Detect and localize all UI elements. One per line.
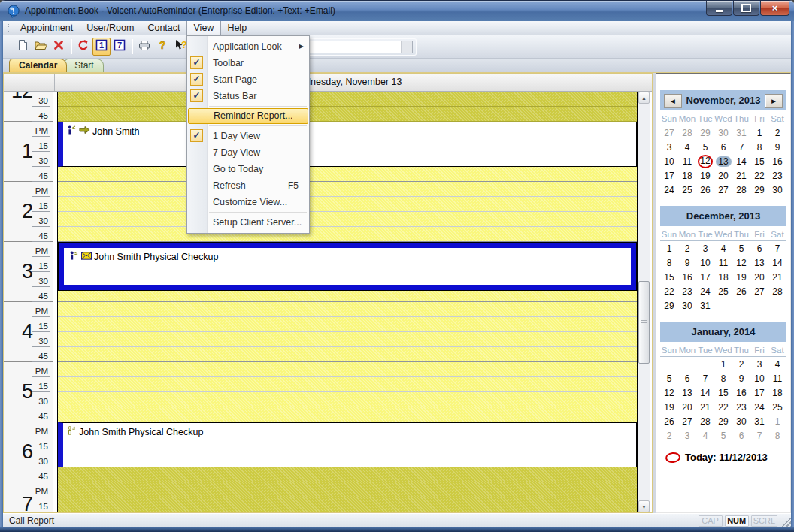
date-cell[interactable]: 1 [714,359,732,370]
go-to-today-button[interactable] [74,38,92,56]
date-cell[interactable]: 30 [714,128,732,138]
date-cell[interactable]: 20 [750,272,768,283]
date-cell[interactable]: 11 [678,156,696,167]
date-cell[interactable]: 28 [768,286,786,297]
time-slot[interactable] [58,347,637,362]
menu-item-start-page[interactable]: ✓Start Page [187,71,309,88]
seven-day-view-button[interactable]: 7 [111,38,129,56]
time-slot[interactable] [58,182,637,197]
date-cell[interactable]: 23 [678,286,696,297]
date-cell[interactable]: 29 [750,185,768,195]
date-cell[interactable]: 8 [768,431,786,441]
menu-item-1-day-view[interactable]: ✓1 Day View [187,128,309,144]
menu-item-setup-client-server[interactable]: Setup Client Server... [187,214,309,231]
vertical-scrollbar[interactable]: ▲ ▼ [638,92,650,512]
date-cell[interactable]: 11 [714,258,732,268]
date-cell[interactable]: 6 [678,373,696,384]
tab-start[interactable]: Start [65,59,103,72]
date-cell[interactable]: 6 [714,142,732,153]
time-slot[interactable] [58,377,637,392]
date-cell[interactable]: 15 [714,388,732,398]
scroll-down-button[interactable]: ▼ [638,500,650,512]
date-cell[interactable]: 7 [732,142,750,153]
prev-month-button[interactable]: ◀ [664,94,682,108]
date-cell[interactable]: 18 [714,272,732,283]
combobox-dropdown-area[interactable] [401,41,412,53]
date-cell[interactable]: 2 [768,128,786,138]
date-cell[interactable]: 27 [750,286,768,297]
date-cell[interactable]: 5 [660,373,678,384]
date-cell[interactable]: 22 [714,402,732,413]
one-day-view-button[interactable]: 1 [92,38,111,56]
date-cell[interactable]: 20 [678,402,696,413]
time-slot[interactable] [58,482,637,497]
time-slot[interactable] [58,212,637,227]
date-cell[interactable]: 18 [768,388,786,398]
date-cell[interactable]: 14 [768,258,786,268]
date-cell[interactable]: 9 [732,373,750,384]
date-cell[interactable]: 14 [696,388,714,398]
date-cell[interactable]: 19 [732,272,750,283]
tab-calendar[interactable]: Calendar [9,59,67,72]
date-cell[interactable]: 13 [678,388,696,398]
delete-button[interactable] [50,38,68,56]
date-cell[interactable]: 9 [678,258,696,268]
date-cell[interactable]: 15 [750,156,768,167]
date-cell[interactable]: 23 [732,402,750,413]
toolbar-combobox[interactable] [302,41,413,53]
time-slot[interactable] [58,227,637,242]
time-slot[interactable] [58,467,637,482]
date-cell[interactable]: 3 [678,431,696,441]
date-cell[interactable]: 3 [696,243,714,254]
menu-item-reminder-report[interactable]: Reminder Report... [188,108,308,124]
menu-item-customize-view[interactable]: Customize View... [187,194,309,210]
date-cell[interactable]: 16 [678,272,696,283]
help-button[interactable]: ? [153,38,171,56]
menu-item-contact[interactable]: Contact [141,21,186,35]
date-cell[interactable]: 12 [696,155,714,168]
date-cell[interactable]: 28 [732,185,750,195]
date-cell[interactable]: 22 [750,171,768,181]
title-bar[interactable]: Appointment Book - Voicent AutoReminder … [0,0,794,21]
minimize-button[interactable] [706,1,732,16]
date-cell[interactable]: 10 [696,258,714,268]
date-cell[interactable]: 12 [660,388,678,398]
date-cell[interactable]: 26 [696,185,714,195]
date-cell[interactable]: 12 [732,258,750,268]
date-cell[interactable]: 20 [714,171,732,181]
date-cell[interactable]: 4 [714,243,732,254]
date-cell[interactable]: 31 [696,301,714,311]
date-cell[interactable]: 5 [732,243,750,254]
date-cell[interactable]: 8 [660,258,678,268]
date-cell[interactable]: 17 [660,171,678,181]
date-cell[interactable]: 16 [732,388,750,398]
date-cell[interactable]: 24 [660,185,678,195]
date-cell[interactable]: 2 [660,431,678,441]
date-cell[interactable]: 29 [696,128,714,138]
date-cell[interactable]: 24 [696,286,714,297]
time-slot[interactable] [58,197,637,212]
date-cell[interactable]: 21 [732,171,750,181]
date-cell[interactable]: 17 [696,272,714,283]
date-cell[interactable]: 6 [750,243,768,254]
close-button[interactable]: × [760,1,789,16]
menu-item-7-day-view[interactable]: 7 Day View [187,144,309,161]
open-folder-button[interactable] [32,38,50,56]
menu-item-help[interactable]: Help [220,21,253,35]
date-cell[interactable]: 27 [714,185,732,195]
menu-item-user-room[interactable]: User/Room [80,21,141,35]
time-slot[interactable] [58,302,637,317]
date-cell[interactable]: 30 [732,416,750,427]
date-cell[interactable]: 5 [714,431,732,441]
date-cell[interactable]: 15 [660,272,678,283]
date-cell[interactable]: 31 [750,416,768,427]
date-cell[interactable]: 25 [768,402,786,413]
menu-item-status-bar[interactable]: ✓Status Bar [187,88,309,104]
date-cell[interactable]: 29 [660,301,678,311]
date-cell[interactable]: 3 [660,142,678,153]
scrollbar-thumb[interactable] [638,281,650,364]
day-grid[interactable]: John SmithJohn Smith Physical CheckupJoh… [57,92,638,512]
date-cell[interactable]: 17 [750,388,768,398]
date-cell[interactable]: 16 [768,156,786,167]
time-slot[interactable] [58,317,637,332]
